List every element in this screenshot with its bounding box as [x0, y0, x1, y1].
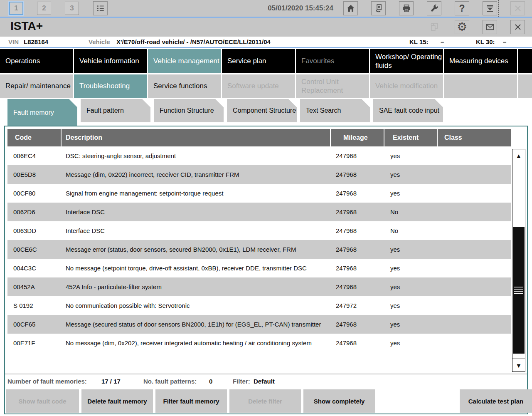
fault-tab[interactable]: Fault memory: [7, 99, 77, 126]
main-nav-tab[interactable]: Vehicle management: [148, 49, 221, 73]
main-nav-tab[interactable]: Service plan: [222, 49, 295, 73]
main-nav-tab[interactable]: Operations: [0, 49, 73, 73]
table-row[interactable]: 00E5D8 Message (dim, 0x202) incorrect, r…: [7, 165, 511, 184]
vehicle-value: X'/E70/off-road vehicle/ - /N57/AUTO/ECE…: [116, 38, 271, 45]
workshop-list-button[interactable]: [93, 1, 108, 15]
data-transfer-icon: [429, 22, 439, 32]
fault-memory-panel: CodeDescriptionMileageExistentClass 006E…: [4, 126, 528, 414]
fault-tab[interactable]: Component Structure: [227, 99, 297, 122]
fault-memories-label: Number of fault memories:: [7, 378, 87, 385]
envelope-icon: [485, 22, 495, 32]
cell-existent: No: [384, 221, 438, 240]
footer-button[interactable]: Calculate test plan: [460, 389, 532, 413]
footer-button[interactable]: Delete filter: [229, 389, 301, 413]
fault-memories-value: 17 / 17: [101, 378, 121, 385]
vin-label: VIN: [8, 38, 19, 45]
footer-button[interactable]: Filter fault memory: [155, 389, 227, 413]
titlebar-icon-buttons: ⚙: [427, 20, 525, 34]
sub-nav-tab[interactable]: Repair/ maintenance: [0, 74, 73, 98]
table-row[interactable]: 00CE6C Message error (status, door senso…: [7, 240, 511, 259]
print-button[interactable]: [399, 1, 414, 15]
cell-class: [438, 203, 511, 221]
sub-nav-tab[interactable]: [444, 74, 517, 98]
fault-tab[interactable]: Fault pattern: [81, 99, 150, 122]
table-header-cell[interactable]: Mileage: [331, 129, 384, 146]
fault-table-body: 006EC4 DSC: steering-angle sensor, adjus…: [7, 146, 511, 352]
gear-icon: ⚙: [457, 21, 467, 33]
table-row[interactable]: 00452A 452A Info - particulate-filter sy…: [7, 277, 511, 296]
sub-nav-tab[interactable]: Control Unit Replacement: [296, 74, 369, 98]
scroll-up-button[interactable]: ▲: [512, 149, 525, 162]
vin-value: L828164: [24, 38, 48, 45]
session-button[interactable]: 2: [37, 2, 51, 15]
fault-tab-label: Component Structure: [233, 106, 296, 115]
main-nav-tab-label: Vehicle management: [153, 57, 219, 65]
table-row[interactable]: 006EC4 DSC: steering-angle sensor, adjus…: [7, 146, 511, 165]
help-button[interactable]: ?: [455, 1, 469, 15]
message-button[interactable]: [483, 20, 497, 34]
cell-existent: yes: [384, 277, 438, 296]
table-header-cell[interactable]: Class: [438, 129, 511, 146]
footer-button[interactable]: Show fault code: [6, 389, 79, 413]
cell-code: 006EC4: [7, 146, 62, 165]
footer-button[interactable]: Show completely: [303, 389, 375, 413]
main-nav-tab[interactable]: Vehicle information: [74, 49, 147, 73]
fault-tabs: Fault memory Fault pattern Function Stru…: [7, 99, 443, 126]
fault-tab[interactable]: Text Search: [300, 99, 370, 122]
cell-code: 004C3C: [7, 259, 62, 277]
sub-nav-tab-label: Control Unit Replacement: [301, 77, 369, 95]
cell-description: Signal from engine management: setpoint-…: [62, 184, 331, 203]
cell-mileage: 247972: [331, 296, 384, 315]
table-row[interactable]: 00CF65 Message (secured status of door s…: [7, 315, 511, 334]
fault-tab[interactable]: Function Structure: [154, 99, 224, 122]
session-button[interactable]: 3: [65, 2, 79, 15]
main-nav-tab-label: Service plan: [227, 57, 266, 65]
table-row[interactable]: 0063DD Interface DSC 247968 No: [7, 221, 511, 240]
cell-mileage: 247968: [331, 221, 384, 240]
cell-description: Interface DSC: [62, 203, 331, 221]
table-row[interactable]: S 0192 No communication possible with: S…: [7, 296, 511, 315]
footer-button[interactable]: Delete fault memory: [81, 389, 153, 413]
cell-description: Message error (status, door sensors, sec…: [62, 240, 331, 259]
home-button[interactable]: [343, 1, 358, 15]
cell-class: [438, 259, 511, 277]
tools-button[interactable]: [427, 1, 441, 15]
sub-nav-tab[interactable]: Vehicle modification: [370, 74, 443, 98]
connection-manager-button[interactable]: [371, 1, 386, 15]
sub-nav-tab[interactable]: Software update: [222, 74, 295, 98]
home-icon: [346, 4, 355, 13]
sub-nav-tab-label: Troubleshooting: [79, 82, 130, 90]
main-nav-tab[interactable]: Measuring devices: [444, 49, 517, 73]
table-header-cell[interactable]: Code: [7, 129, 62, 146]
close-window-button[interactable]: [510, 20, 525, 34]
cell-existent: yes: [384, 240, 438, 259]
table-header-cell[interactable]: Description: [62, 129, 331, 146]
scrollbar-thumb[interactable]: [513, 227, 525, 354]
cell-mileage: 247968: [331, 184, 384, 203]
table-row[interactable]: 00E71F No message (dim, 0x202), receiver…: [7, 334, 511, 352]
close-icon: [513, 4, 522, 13]
session-buttons: 123: [9, 2, 79, 15]
table-header-cell[interactable]: Existent: [384, 129, 438, 146]
main-nav-row-1: Operations Vehicle information Vehicle m…: [0, 49, 532, 73]
table-row[interactable]: 0062D6 Interface DSC 247968 No: [7, 203, 511, 221]
sub-nav-tab[interactable]: Service functions: [148, 74, 221, 98]
footer-button-bar: Show fault codeDelete fault memoryFilter…: [6, 389, 532, 413]
cell-description: No message (dim, 0x202), receiver integr…: [62, 334, 331, 352]
cell-existent: yes: [384, 165, 438, 184]
cell-code: 00E5D8: [7, 165, 62, 184]
table-row[interactable]: 00CF80 Signal from engine management: se…: [7, 184, 511, 203]
fault-tab[interactable]: SAE fault code input: [373, 99, 443, 122]
settings-button[interactable]: ⚙: [455, 20, 469, 34]
table-row[interactable]: 004C3C No message (setpoint torque, driv…: [7, 259, 511, 277]
main-nav-tab[interactable]: Workshop/ Operating fluids: [370, 49, 443, 73]
kl30-value: –: [503, 38, 506, 45]
scrollbar-track[interactable]: [512, 162, 525, 359]
sub-nav-tab[interactable]: Troubleshooting: [74, 74, 147, 98]
scroll-down-button[interactable]: ▼: [512, 359, 525, 372]
main-nav-tab[interactable]: Favourites: [296, 49, 369, 73]
dock-window-button[interactable]: [483, 1, 497, 15]
kl15-value: –: [441, 38, 444, 45]
session-button[interactable]: 1: [9, 2, 23, 15]
main-nav-tab-label: Measuring devices: [449, 57, 508, 65]
